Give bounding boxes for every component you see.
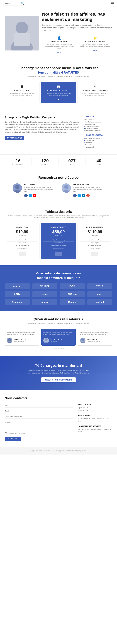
stat-cas: 977 CAS [59,158,86,166]
search-bar[interactable]: 🔍 [3,1,25,6]
stat-number-1: 120 [32,158,59,163]
submit-button[interactable]: SOUMETTRE [5,436,21,441]
market-item-3: Senior Vie [84,144,112,146]
stat-label-2: CAS [59,164,85,166]
plan-button-1[interactable]: → [55,252,62,256]
partner-logo-6: CROLLA [60,292,85,297]
team-desc-1: Duis ante diam dolor in aliquam el ndum … [73,187,104,193]
testimonial-info-2: BOB ROBERTS Directeur commercial [87,339,100,342]
partner-logo-2: EVƎA [60,284,85,289]
team-desc-0: Duis ante diam dolor in aliquam el ndum … [24,187,55,193]
message-field[interactable] [5,420,73,430]
name-field[interactable] [5,404,73,408]
pricing-cards: CONCEPTION $19,99 3+ inclut ici Magnific… [5,223,112,259]
testimonial-role-2: Directeur commercial [87,340,100,342]
team-socials-1: f t in g+ [73,194,104,197]
avatar-1 [62,184,71,193]
linkedin-icon-1[interactable]: in [82,194,85,197]
stat-prix: 40 PRIX [85,158,112,166]
team-member-0: PAUL BRUN Duis ante diam dolor in aliqua… [13,184,55,198]
plan-button-2[interactable]: → [91,252,98,256]
feature-title-2: ENREGISTREMENT DE DOMAINES [79,90,110,92]
stat-label-3: PRIX [85,164,112,166]
hero-card-about[interactable]: 👤 À PROPOS DE NOUS Duis ante diam dolor … [42,34,76,55]
testimonial-info-0: NAT REYNOLDS Staff comptable [14,339,26,342]
feature-card-0[interactable]: ☰ STOCKAGE ILLIMITÉ Lorem ipsum dolor si… [5,82,40,103]
plan-price-2: $119,99 [80,229,110,234]
about-card-desc: Duis ante diam dolor in aliquam el ndum … [44,43,75,49]
services-info-title: NOS MEILLEURS SERVICES [78,425,112,427]
plan-price-0: $19,99 [7,229,37,234]
chevron-down-icon-1: ▾ [43,98,74,101]
contact-form: I agree the Terms of Service SOUMETTRE [5,404,73,441]
team-name-0: PAUL BRUN [24,184,55,186]
svg-point-14 [45,338,48,341]
plan-name-0: CONCEPTION [7,226,37,228]
partner-logo-1: BINANCE [32,284,57,289]
svg-point-1 [16,22,28,34]
twitter-icon-0[interactable]: t [29,194,32,197]
plan-price-1: $59,99 [43,229,73,234]
market-item-2: Hospitalité [84,142,112,144]
cta-button[interactable]: CRÉER UN SITE WEB GRATUIT ! [41,378,76,382]
team-name-1: MIKE RICHMOND [73,184,104,186]
twitter-icon-1[interactable]: t [77,194,81,197]
facebook-icon-1[interactable]: f [73,194,77,197]
market-item-4: Maison de ville [84,146,112,148]
search-input[interactable] [5,2,20,4]
partner-logo-7: asos [87,292,112,297]
testimonial-person-1: CELIA ALMEDA secrétaire [43,338,74,343]
plan-name-2: PERSONALISATION [80,226,110,228]
terms-checkbox[interactable] [5,432,7,434]
location-title: EMPLACEMENT [78,414,112,416]
testimonial-name-1: CELIA ALMEDA [51,339,62,340]
call-title: APPELEZ-NOUS [78,404,112,406]
partners-subtitle: modèle commercial unique ? [5,276,112,280]
menu-icon[interactable] [111,2,114,4]
hero-cards: 👤 À PROPOS DE NOUS Duis ante diam dolor … [42,34,112,55]
testimonials-grid: Sample text. Click to select the text bo… [5,329,112,346]
services-card-link[interactable]: SUITE [93,50,97,51]
contact-layout: I agree the Terms of Service SOUMETTRE A… [5,404,112,441]
svg-point-5 [15,185,20,189]
partners-section: Gros volume de paiements ou modèle comme… [0,265,117,311]
market-item-0: Mouvement multifamilial [84,137,112,140]
feature-desc-0: Lorem ipsum dolor sit amet, consectetur … [7,92,38,96]
contact-us-button[interactable]: NOUS CONTACTER [5,136,24,140]
address-field[interactable] [5,415,73,419]
plan-button-0[interactable]: → [19,252,26,256]
stat-clients: 120 CLIENTS [32,158,59,166]
partner-logo-3: TESLA [87,284,112,289]
pricing-title: Tableau des prix [5,210,112,214]
hero-card-services[interactable]: ⭐ CE QUE NOUS FAISONS Duis ante diam dol… [78,34,112,55]
call-info: APPELEZ-NOUS + (356) 897 441 + (356) 897… [78,404,112,411]
services-card-desc: Duis ante diam dolor in aliquam el ndum … [80,43,110,47]
team-members: PAUL BRUN Duis ante diam dolor in aliqua… [5,184,112,198]
svg-point-8 [64,185,68,189]
bandwidth-icon: ⊞ [43,84,74,89]
email-field[interactable] [5,409,73,413]
feature-card-1[interactable]: ⊞ BANDE PASSANTE ILLIMITÉE Lorem ipsum d… [41,82,76,103]
testimonial-info-1: CELIA ALMEDA secrétaire [51,339,62,342]
pricing-card-2: PERSONALISATION $119,99 7+ inclut ici Ma… [77,223,112,259]
about-left: À propos de Eagle Building Company Notre… [5,116,80,148]
phone2: + (356) 897 424 [78,409,112,411]
plan-feature-2-0: Magnificement long [80,238,110,242]
about-icon: 👤 [44,36,75,40]
team-info-1: MIKE RICHMOND Duis ante diam dolor in al… [73,184,104,198]
feature-card-2[interactable]: ◎ ENREGISTREMENT DE DOMAINES Lorem ipsum… [77,82,112,103]
googleplus-icon-1[interactable]: g+ [86,194,90,197]
cta-description: Utilisez les choses modifiés nulla vel n… [27,369,90,374]
about-card-link[interactable]: SUITE [57,51,61,53]
contact-info: APPELEZ-NOUS + (356) 897 441 + (356) 897… [78,404,112,441]
hero-title: Nous faisons des affaires, pas seulement… [42,12,112,22]
plan-name-1: DÉVELOPPEMENT [43,226,73,228]
youtube-icon-0[interactable]: ▶ [33,194,36,197]
avatar-0 [13,184,22,193]
services-icon: ⭐ [80,36,110,40]
services-title: → SERVICES [84,116,112,118]
footer: Sample text. Click to select the text bo… [0,447,117,454]
stat-number-3: 40 [85,158,112,163]
terms-label: I agree the Terms of Service [8,433,25,434]
facebook-icon-0[interactable]: f [24,194,28,197]
